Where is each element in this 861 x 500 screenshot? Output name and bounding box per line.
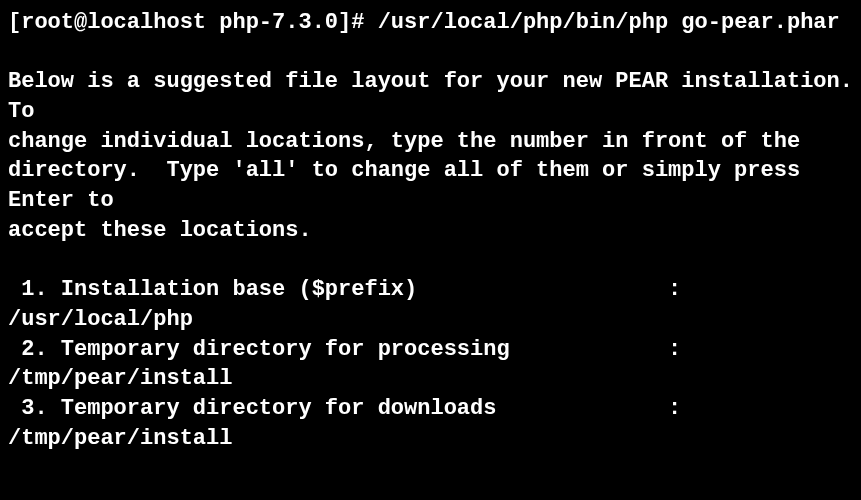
intro-text: Below is a suggested file layout for you… [8, 69, 861, 242]
install-option-1: 1. Installation base ($prefix) : /usr/lo… [8, 277, 695, 332]
install-option-3: 3. Temporary directory for downloads : /… [8, 396, 695, 451]
command-text: /usr/local/php/bin/php go-pear.phar [378, 10, 840, 35]
shell-prompt: [root@localhost php-7.3.0]# [8, 10, 378, 35]
install-option-2: 2. Temporary directory for processing : … [8, 337, 695, 392]
